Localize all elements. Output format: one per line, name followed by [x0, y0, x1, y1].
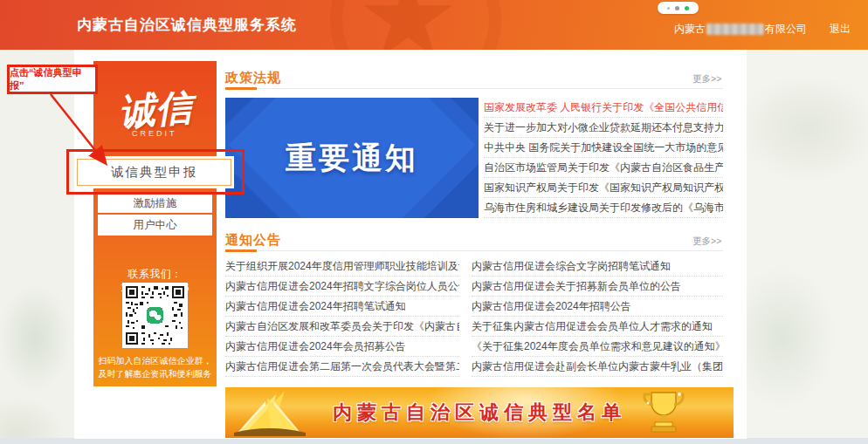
policy-more-link[interactable]: 更多>>: [692, 73, 721, 85]
window-dot-icon: [675, 6, 679, 10]
credit-logo: 诚信 CREDIT: [93, 85, 217, 138]
notice-link[interactable]: 内蒙古信用促进会赴副会长单位内蒙古蒙牛乳业（集团）股份有限公司调研: [472, 357, 723, 377]
credit-model-list-banner[interactable]: 内蒙古自治区诚信典型名单: [225, 387, 734, 438]
sidebar-item-credit-declare-label: 诚信典型申报: [77, 159, 231, 186]
page-bottom-strip: [0, 438, 868, 444]
notice-more-link[interactable]: 更多>>: [692, 236, 721, 248]
notice-link-list-left: 关于组织开展2024年度信用管理师职业技能培训及认定工作(第一期)的通知 内蒙古…: [225, 256, 459, 377]
notice-link[interactable]: 关于征集内蒙古信用促进会会员单位人才需求的通知: [472, 317, 723, 337]
page-background-left: [0, 50, 74, 439]
sidebar-item-user-center[interactable]: 用户中心: [98, 215, 212, 236]
user-company-prefix: 内蒙古: [674, 22, 706, 37]
sidebar-item-credit-declare[interactable]: 诚信典型申报: [74, 156, 234, 188]
user-company-redacted: [706, 24, 764, 35]
notice-divider: [225, 250, 723, 251]
app-header: ★ 内蒙古自治区诚信典型服务系统 内蒙古 有限公司 退出: [0, 0, 868, 50]
policy-divider-accent: [225, 87, 257, 90]
notice-link[interactable]: 内蒙古信用促进会2024年招聘笔试通知: [225, 297, 459, 317]
qr-caption: 扫码加入自治区诚信企业群， 及时了解惠企资讯和便利服务: [93, 354, 217, 380]
policy-divider: [225, 88, 723, 89]
important-notice-banner[interactable]: 重要通知: [225, 98, 479, 218]
notice-link[interactable]: 内蒙古信用促进会2024年招聘文字综合岗位人员公告: [225, 277, 459, 297]
policy-section-title: 政策法规: [225, 70, 281, 86]
window-dot-icon: [667, 7, 670, 10]
important-notice-banner-text: 重要通知: [225, 98, 479, 218]
page-background-right: [747, 50, 868, 439]
page-title: 内蒙古自治区诚信典型服务系统: [77, 0, 297, 50]
policy-link-list: 国家发展改革委 人民银行关于印发《全国公共信用信息基础目录（2022年版）… 关…: [484, 98, 723, 218]
sidebar-item-incentives[interactable]: 激励措施: [98, 195, 212, 213]
policy-link[interactable]: 自治区市场监管局关于印发《内蒙古自治区食品生产企业信用风险分类管理办法…: [484, 158, 723, 178]
notice-link[interactable]: 内蒙古自治区发展和改革委员会关于印发《内蒙古自治区诚信典型选树对象目…: [225, 317, 459, 337]
notice-divider-accent: [225, 249, 257, 252]
sidebar: 诚信 CREDIT 激励措施 用户中心 联系我们：15034910036: [93, 61, 217, 386]
star-watermark-icon: ★: [356, 0, 459, 50]
notice-link[interactable]: 《关于征集2024年度会员单位需求和意见建议的通知》: [472, 337, 723, 357]
qr-caption-line1: 扫码加入自治区诚信企业群，: [93, 354, 217, 367]
wechat-icon: [147, 307, 162, 323]
notice-link-list-right: 内蒙古信用促进会综合文字岗招聘笔试通知 内蒙古信用促进会关于招募新会员单位的公告…: [472, 256, 723, 377]
qr-caption-line2: 及时了解惠企资讯和便利服务: [93, 367, 217, 380]
notice-link[interactable]: 内蒙古信用促进会关于招募新会员单位的公告: [472, 277, 723, 297]
header-user-area: 内蒙古 有限公司 退出: [674, 22, 851, 37]
trophy-icon: [639, 389, 688, 436]
qr-code: [122, 283, 188, 348]
user-company-suffix: 有限公司: [765, 22, 807, 37]
policy-link[interactable]: 国家发展改革委 人民银行关于印发《全国公共信用信息基础目录（2022年版）…: [484, 98, 723, 118]
notice-link[interactable]: 内蒙古信用促进会综合文字岗招聘笔试通知: [472, 256, 723, 277]
annotation-note: 点击“诚信典型申报”: [7, 65, 98, 94]
notice-section-title: 通知公告: [225, 232, 281, 249]
credit-logo-text: 诚信: [117, 83, 194, 137]
policy-link[interactable]: 中共中央 国务院关于加快建设全国统一大市场的意见: [484, 138, 723, 158]
policy-link[interactable]: 国家知识产权局关于印发《国家知识产权局知识产权信用管理规定》的通知: [484, 178, 723, 198]
notice-link[interactable]: 关于组织开展2024年度信用管理师职业技能培训及认定工作(第一期)的通知: [225, 256, 459, 277]
notice-link[interactable]: 内蒙古信用促进会2024年招聘公告: [472, 297, 723, 317]
window-controls: [658, 2, 699, 14]
policy-link[interactable]: 关于进一步加大对小微企业贷款延期还本付息支持力度的通知: [484, 118, 723, 138]
logout-button[interactable]: 退出: [830, 22, 851, 37]
notice-link[interactable]: 内蒙古信用促进会2024年会员招募公告: [225, 337, 459, 357]
policy-link[interactable]: 乌海市住房和城乡建设局关于印发修改后的《乌海市物业服务企业信用评价管理…: [484, 198, 723, 218]
notice-link[interactable]: 内蒙古信用促进会第二届第一次会员代表大会暨第二届第二次理事会圆满召开: [225, 357, 459, 377]
window-dot-green-icon: [685, 6, 689, 10]
